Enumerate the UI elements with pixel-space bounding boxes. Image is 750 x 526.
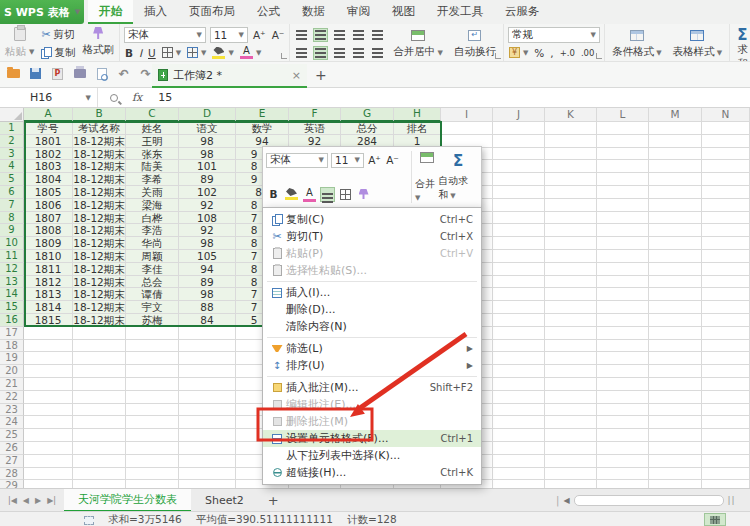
cell-K26[interactable]: [545, 442, 597, 455]
cell-C14[interactable]: 谭倩: [126, 288, 179, 301]
cell-K27[interactable]: [545, 455, 597, 468]
cell-B6[interactable]: 18-12期末: [73, 186, 126, 199]
scroll-left-icon[interactable]: ◀: [563, 496, 569, 505]
font-size-select[interactable]: 11▼: [210, 27, 248, 43]
cell-M13[interactable]: [649, 276, 702, 289]
cell-K3[interactable]: [545, 148, 597, 161]
cell-B10[interactable]: 18-12期末: [73, 237, 126, 250]
row-header-7[interactable]: 7: [0, 199, 24, 212]
mini-font-color-button[interactable]: A: [302, 187, 317, 202]
mini-borders-button[interactable]: [338, 187, 353, 202]
column-header-F[interactable]: F: [289, 108, 341, 122]
mini-bold-button[interactable]: B: [266, 187, 281, 202]
cell-L26[interactable]: [597, 442, 649, 455]
cell-K1[interactable]: [545, 122, 597, 135]
column-header-B[interactable]: B: [73, 108, 126, 122]
cell-M16[interactable]: [649, 314, 702, 327]
cell-N12[interactable]: [702, 263, 750, 276]
scrollbar-thumb[interactable]: [574, 495, 724, 506]
cell-B1[interactable]: 考试名称: [73, 122, 126, 135]
cell-L12[interactable]: [597, 263, 649, 276]
cell-K4[interactable]: [545, 160, 597, 173]
cell-N25[interactable]: [702, 429, 750, 442]
mini-font-size-select[interactable]: 11▼: [331, 153, 364, 168]
cell-L2[interactable]: [597, 135, 649, 148]
cell-J26[interactable]: [493, 442, 545, 455]
cell-D4[interactable]: 101: [179, 160, 236, 173]
cell-M11[interactable]: [649, 250, 702, 263]
row-header-15[interactable]: 15: [0, 301, 24, 314]
cell-M17[interactable]: [649, 327, 702, 340]
align-right-button[interactable]: [332, 46, 347, 60]
cell-A15[interactable]: 1814: [24, 301, 73, 314]
menu-item[interactable]: ↕排序(U)▶: [263, 357, 481, 374]
cell-M2[interactable]: [649, 135, 702, 148]
cell-K20[interactable]: [545, 365, 597, 378]
cell-L8[interactable]: [597, 212, 649, 225]
fx-icon[interactable]: fx: [132, 91, 142, 104]
cell-K16[interactable]: [545, 314, 597, 327]
align-left-button[interactable]: [294, 46, 309, 60]
cell-D5[interactable]: 89: [179, 173, 236, 186]
cell-D7[interactable]: 92: [179, 199, 236, 212]
cell-M8[interactable]: [649, 212, 702, 225]
cell-B16[interactable]: 18-12期末: [73, 314, 126, 327]
font-color-button[interactable]: A▼: [239, 45, 262, 60]
percent-button[interactable]: %: [533, 45, 545, 60]
cell-J11[interactable]: [493, 250, 545, 263]
mini-format-painter-button[interactable]: [356, 187, 371, 202]
sheet-nav-icon-0[interactable]: |◀: [8, 496, 17, 505]
cell-N3[interactable]: [702, 148, 750, 161]
row-header-13[interactable]: 13: [0, 276, 24, 289]
cell-L20[interactable]: [597, 365, 649, 378]
menu-item[interactable]: 插入(I)...: [263, 284, 481, 301]
cell-L21[interactable]: [597, 378, 649, 391]
table-style-button[interactable]: 表格样式 ▼: [670, 27, 726, 59]
wrap-text-button[interactable]: 自动换行: [451, 27, 499, 59]
cell-C16[interactable]: 苏梅: [126, 314, 179, 327]
cell-N19[interactable]: [702, 352, 750, 365]
cell-J28[interactable]: [493, 468, 545, 481]
cell-A22[interactable]: [24, 391, 73, 404]
cell-K14[interactable]: [545, 288, 597, 301]
cell-N11[interactable]: [702, 250, 750, 263]
cell-N5[interactable]: [702, 173, 750, 186]
cell-C13[interactable]: 总会: [126, 276, 179, 289]
cell-C8[interactable]: 白桦: [126, 212, 179, 225]
cell-D13[interactable]: 89: [179, 276, 236, 289]
cell-D3[interactable]: 98: [179, 148, 236, 161]
cell-M4[interactable]: [649, 160, 702, 173]
cell-C7[interactable]: 梁海: [126, 199, 179, 212]
cell-K13[interactable]: [545, 276, 597, 289]
row-header-14[interactable]: 14: [0, 288, 24, 301]
cell-M14[interactable]: [649, 288, 702, 301]
cell-J6[interactable]: [493, 186, 545, 199]
cell-D10[interactable]: 98: [179, 237, 236, 250]
cell-M19[interactable]: [649, 352, 702, 365]
cell-M5[interactable]: [649, 173, 702, 186]
column-header-C[interactable]: C: [126, 108, 179, 122]
cell-A4[interactable]: 1803: [24, 160, 73, 173]
cell-C5[interactable]: 李希: [126, 173, 179, 186]
cell-A9[interactable]: 1808: [24, 224, 73, 237]
cell-B26[interactable]: [73, 442, 126, 455]
row-header-18[interactable]: 18: [0, 340, 24, 353]
cell-L6[interactable]: [597, 186, 649, 199]
cell-K7[interactable]: [545, 199, 597, 212]
cell-K21[interactable]: [545, 378, 597, 391]
cell-A27[interactable]: [24, 455, 73, 468]
cell-M7[interactable]: [649, 199, 702, 212]
cell-M20[interactable]: [649, 365, 702, 378]
cell-J24[interactable]: [493, 416, 545, 429]
cell-A28[interactable]: [24, 468, 73, 481]
cell-N15[interactable]: [702, 301, 750, 314]
cell-C26[interactable]: [126, 442, 179, 455]
menu-item[interactable]: 筛选(L)▶: [263, 340, 481, 357]
cell-A25[interactable]: [24, 429, 73, 442]
format-painter-button[interactable]: 格式刷: [81, 42, 115, 57]
cell-B25[interactable]: [73, 429, 126, 442]
cell-B18[interactable]: [73, 340, 126, 353]
menu-item[interactable]: 超链接(H)...Ctrl+K: [263, 464, 481, 481]
cell-M1[interactable]: [649, 122, 702, 135]
cell-N22[interactable]: [702, 391, 750, 404]
